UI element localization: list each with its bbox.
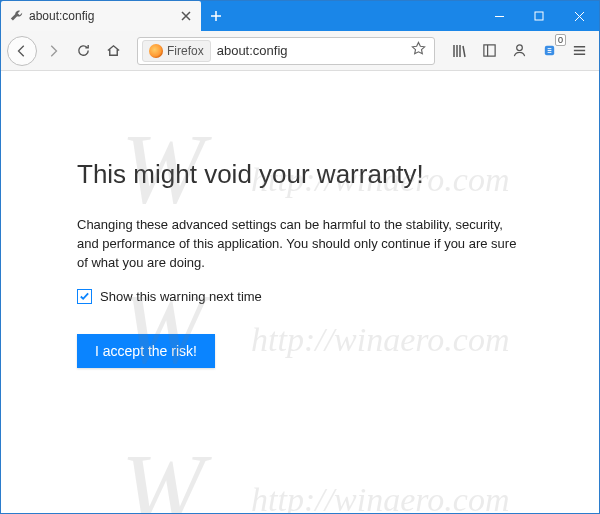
identity-label: Firefox (167, 44, 204, 58)
svg-rect-1 (483, 45, 494, 56)
bookmark-star-icon[interactable] (407, 41, 430, 60)
forward-button[interactable] (39, 37, 67, 65)
content-area: W http://winaero.com W http://winaero.co… (1, 71, 599, 513)
browser-window: about:config (0, 0, 600, 514)
reload-button[interactable] (69, 37, 97, 65)
accept-risk-button[interactable]: I accept the risk! (77, 334, 215, 368)
warning-heading: This might void your warranty! (77, 159, 523, 190)
back-button[interactable] (7, 36, 37, 66)
svg-rect-0 (535, 12, 543, 20)
nav-toolbar: Firefox about:config (1, 31, 599, 71)
watermark-logo: W (121, 431, 204, 513)
wrench-icon (9, 9, 23, 23)
notifications-button[interactable] (535, 37, 563, 65)
show-warning-checkbox-row: Show this warning next time (77, 289, 523, 304)
tab-active[interactable]: about:config (1, 1, 201, 31)
home-button[interactable] (99, 37, 127, 65)
identity-box[interactable]: Firefox (142, 40, 211, 62)
app-menu-button[interactable] (565, 37, 593, 65)
url-text: about:config (217, 43, 401, 58)
window-controls (479, 1, 599, 31)
titlebar-drag-area[interactable] (231, 1, 479, 31)
tab-title: about:config (29, 9, 173, 23)
toolbar-right (445, 37, 593, 65)
svg-point-2 (516, 45, 522, 51)
account-button[interactable] (505, 37, 533, 65)
warning-body: Changing these advanced settings can be … (77, 216, 523, 273)
library-button[interactable] (445, 37, 473, 65)
window-close-button[interactable] (559, 1, 599, 31)
maximize-button[interactable] (519, 1, 559, 31)
close-tab-icon[interactable] (179, 9, 193, 23)
watermark-text: http://winaero.com (251, 481, 509, 513)
nav-cluster (7, 36, 127, 66)
show-warning-label: Show this warning next time (100, 289, 262, 304)
minimize-button[interactable] (479, 1, 519, 31)
new-tab-button[interactable] (201, 1, 231, 31)
titlebar: about:config (1, 1, 599, 31)
sidebars-button[interactable] (475, 37, 503, 65)
url-bar[interactable]: Firefox about:config (137, 37, 435, 65)
show-warning-checkbox[interactable] (77, 289, 92, 304)
firefox-icon (149, 44, 163, 58)
watermark-text: http://winaero.com (251, 321, 509, 359)
